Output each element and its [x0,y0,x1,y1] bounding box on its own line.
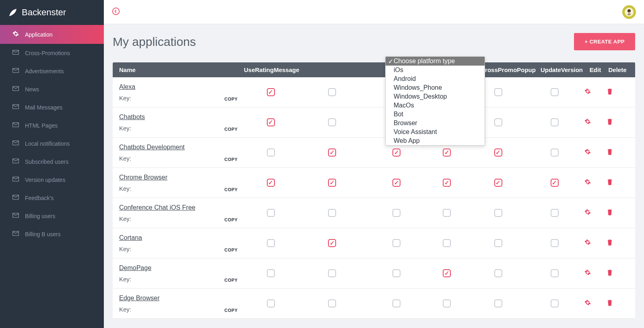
create-app-button[interactable]: + CREATE APP [574,33,635,50]
trash-icon[interactable] [607,239,613,247]
trash-icon[interactable] [607,179,613,187]
dropdown-option[interactable]: MacOs [386,101,485,110]
checkbox[interactable] [494,269,502,277]
checkbox[interactable] [328,239,336,247]
sidebar-item-mail-messages[interactable]: Mail Messages [0,98,104,116]
checkbox[interactable] [443,179,451,187]
checkbox[interactable] [443,239,451,247]
app-link[interactable]: Cortana [119,234,142,241]
checkbox[interactable] [392,269,400,277]
checkbox[interactable] [551,239,559,247]
copy-button[interactable]: COPY [221,289,242,318]
checkbox[interactable] [494,118,502,126]
copy-button[interactable]: COPY [221,228,242,258]
sidebar-item-advertisements[interactable]: Advertisements [0,62,104,80]
dropdown-option[interactable]: Windows_Desktop [386,92,485,101]
app-link[interactable]: Chatbots [119,113,145,121]
gear-icon[interactable] [584,118,591,126]
gear-icon[interactable] [584,239,591,247]
checkbox[interactable] [551,179,559,187]
trash-icon[interactable] [607,299,613,307]
checkbox[interactable] [328,179,336,187]
checkbox[interactable] [494,209,502,217]
trash-icon[interactable] [607,88,613,96]
checkbox[interactable] [494,88,502,96]
sidebar-item-news[interactable]: News [0,80,104,98]
checkbox[interactable] [392,239,400,247]
checkbox[interactable] [494,179,502,187]
checkbox[interactable] [392,209,400,217]
trash-icon[interactable] [607,269,613,277]
app-link[interactable]: Alexa [119,83,135,91]
checkbox[interactable] [267,88,275,96]
trash-icon[interactable] [607,209,613,217]
dropdown-option[interactable]: Bot [386,110,485,119]
trash-icon[interactable] [607,118,613,126]
checkbox[interactable] [443,299,451,307]
checkbox[interactable] [443,269,451,277]
checkbox[interactable] [267,209,275,217]
checkbox[interactable] [328,149,336,157]
copy-button[interactable]: COPY [221,198,242,228]
sidebar-item-application[interactable]: Application [0,25,104,44]
sidebar-item-cross-promotions[interactable]: Cross-Promotions [0,44,104,62]
app-link[interactable]: Chrome Browser [119,174,167,181]
platform-dropdown[interactable]: Choose platform typeiOsAndroidWindows_Ph… [385,56,485,146]
checkbox[interactable] [267,149,275,157]
back-icon[interactable] [112,7,120,17]
dropdown-option[interactable]: Web App [386,136,485,145]
copy-button[interactable]: COPY [221,258,242,288]
checkbox[interactable] [267,239,275,247]
checkbox[interactable] [551,88,559,96]
checkbox[interactable] [267,299,275,307]
app-link[interactable]: Conference Chat iOS Free [119,204,195,211]
checkbox[interactable] [328,88,336,96]
dropdown-option[interactable]: Windows_Phone [386,83,485,92]
copy-button[interactable]: COPY [221,168,242,198]
checkbox[interactable] [551,149,559,157]
gear-icon[interactable] [584,88,591,96]
dropdown-option[interactable]: Browser [386,119,485,128]
checkbox[interactable] [392,149,400,157]
copy-button[interactable]: COPY [221,107,242,137]
avatar[interactable] [622,5,636,19]
checkbox[interactable] [443,209,451,217]
sidebar-item-version-updates[interactable]: Version updates [0,171,104,189]
copy-button[interactable]: COPY [221,138,242,167]
dropdown-option[interactable]: Android [386,74,485,83]
checkbox[interactable] [392,299,400,307]
checkbox[interactable] [267,179,275,187]
gear-icon[interactable] [584,269,591,277]
checkbox[interactable] [551,299,559,307]
checkbox[interactable] [328,299,336,307]
gear-icon[interactable] [584,299,591,307]
checkbox[interactable] [551,269,559,277]
dropdown-option[interactable]: Voice Assistant [386,128,485,136]
dropdown-option[interactable]: iOs [386,66,485,74]
checkbox[interactable] [267,269,275,277]
sidebar-item-billing-b-users[interactable]: Billing B users [0,225,104,243]
checkbox[interactable] [328,118,336,126]
sidebar-item-subscribed-users[interactable]: Subscribed users [0,153,104,171]
checkbox[interactable] [551,209,559,217]
checkbox[interactable] [267,118,275,126]
trash-icon[interactable] [607,149,613,157]
sidebar-item-local-notifications[interactable]: Local notifications [0,134,104,153]
dropdown-option[interactable]: Choose platform type [386,57,485,66]
gear-icon[interactable] [584,179,591,187]
checkbox[interactable] [494,299,502,307]
gear-icon[interactable] [584,209,591,217]
sidebar-item-feedback-s[interactable]: Feedback's [0,189,104,207]
sidebar-item-html-pages[interactable]: HTML Pages [0,116,104,134]
checkbox[interactable] [443,149,451,157]
app-link[interactable]: DemoPage [119,264,151,272]
checkbox[interactable] [392,179,400,187]
sidebar-item-billing-users[interactable]: Billing users [0,207,104,225]
checkbox[interactable] [328,209,336,217]
gear-icon[interactable] [584,149,591,157]
checkbox[interactable] [328,269,336,277]
app-link[interactable]: Edge Browser [119,295,160,302]
checkbox[interactable] [551,118,559,126]
app-link[interactable]: Chatbots Development [119,144,185,151]
checkbox[interactable] [494,149,502,157]
